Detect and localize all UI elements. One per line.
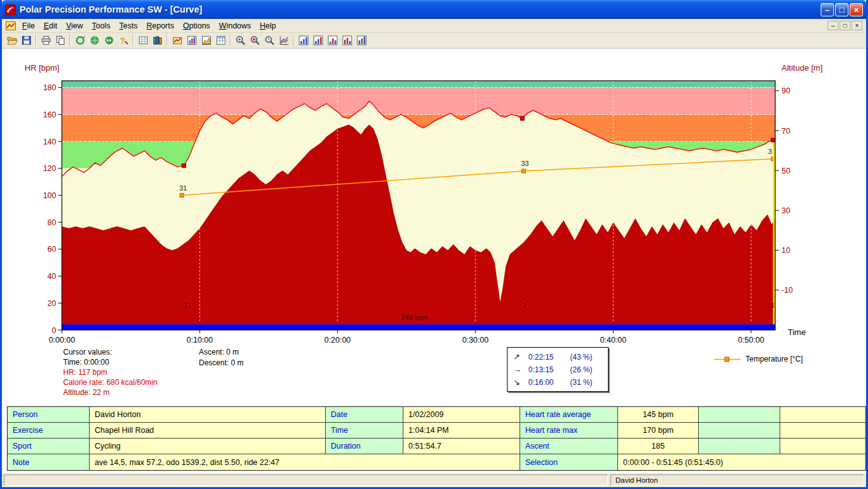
report-icon[interactable] xyxy=(170,33,184,47)
summary-value-cell[interactable]: 1/02/2009 xyxy=(403,407,520,423)
summary-value-cell[interactable]: David Horton xyxy=(90,407,326,423)
distribution-time: 0:22:15 xyxy=(528,352,562,362)
status-panel-left xyxy=(4,474,608,486)
curve-1-icon[interactable] xyxy=(296,33,311,47)
summary-label-cell: Duration xyxy=(326,439,403,454)
svg-text:0:50:00: 0:50:00 xyxy=(738,336,764,345)
distribution-row: ↗0:22:15(43 %) xyxy=(513,351,602,363)
summary-label-cell: Date xyxy=(326,407,403,423)
table-row: PersonDavid HortonDate1/02/2009Heart rat… xyxy=(8,407,865,423)
ascent-arrow-icon: ↗ xyxy=(513,352,528,362)
cursor-hr: HR: 117 bpm xyxy=(63,367,157,377)
curve-2-icon[interactable] xyxy=(311,33,325,47)
minimize-button[interactable]: – xyxy=(821,3,834,16)
svg-text:70: 70 xyxy=(782,127,790,136)
cursor-time: Time: 0:00:00 xyxy=(63,357,157,367)
table-icon[interactable] xyxy=(136,33,150,47)
menu-tests[interactable]: Tests xyxy=(115,20,142,32)
globe-icon[interactable] xyxy=(87,33,102,47)
menu-edit[interactable]: Edit xyxy=(39,20,62,32)
zoom-time-icon[interactable] xyxy=(262,33,276,47)
cursor-values-panel: Cursor values: Time: 0:00:00 HR: 117 bpm… xyxy=(63,347,157,398)
summary-label-cell: Ascent xyxy=(520,439,618,454)
svg-text:Altitude [m]: Altitude [m] xyxy=(782,63,823,73)
svg-text:140: 140 xyxy=(43,138,56,146)
toolbar-separator xyxy=(293,35,294,46)
svg-text:?: ? xyxy=(120,36,125,45)
svg-text:100: 100 xyxy=(43,191,56,200)
cursor-values-title: Cursor values: xyxy=(63,347,157,357)
temperature-legend: Temperature [°C] xyxy=(714,354,803,364)
menu-help[interactable]: Help xyxy=(256,20,281,32)
curve-chart[interactable]: 145 bpm31333123020406080100120140160180-… xyxy=(2,49,866,358)
svg-text:0: 0 xyxy=(52,326,56,335)
gradient-distribution-box: ↗0:22:15(43 %)→0:13:15(26 %)↘0:16:00(31 … xyxy=(507,347,609,392)
descent-value: Descent: 0 m xyxy=(199,358,244,368)
summary-value-cell[interactable]: ave 14,5, max 57.2, odo 1539.2, dist 5.5… xyxy=(90,454,520,470)
summary-value-cell[interactable]: 0:00:00 - 0:51:45 (0:51:45.0) xyxy=(618,454,865,470)
maximize-button[interactable]: □ xyxy=(835,3,848,16)
save-icon[interactable] xyxy=(19,33,33,47)
toolbar-separator xyxy=(35,35,37,46)
svg-text:33: 33 xyxy=(521,160,529,167)
refresh-icon[interactable] xyxy=(73,33,87,47)
app-logo-icon xyxy=(5,4,16,15)
curve-3-icon[interactable] xyxy=(325,33,340,47)
status-panel-user: David Horton xyxy=(610,474,864,486)
zoom-in-icon[interactable] xyxy=(233,33,247,47)
toolbar-separator xyxy=(167,35,168,46)
svg-text:0:00:00: 0:00:00 xyxy=(49,336,75,345)
bar-chart-icon[interactable] xyxy=(184,33,199,47)
svg-text:60: 60 xyxy=(47,245,56,254)
summary-value-cell[interactable] xyxy=(780,439,865,454)
menu-view[interactable]: View xyxy=(62,20,88,32)
open-icon[interactable] xyxy=(4,33,19,47)
summary-label-cell: Exercise xyxy=(8,423,90,439)
svg-text:1: 1 xyxy=(184,302,187,309)
mdi-close-button[interactable]: × xyxy=(852,21,862,30)
print-icon[interactable] xyxy=(39,33,53,47)
table-row: ExerciseChapel Hill RoadTime1:04:14 PMHe… xyxy=(8,423,865,439)
distribution-time: 0:13:15 xyxy=(528,365,562,375)
summary-label-cell: Heart rate max xyxy=(520,423,618,439)
summary-value-cell[interactable]: Cycling xyxy=(90,439,326,454)
summary-label-cell xyxy=(699,439,780,454)
mdi-minimize-button[interactable]: – xyxy=(828,21,838,30)
summary-value-cell[interactable] xyxy=(780,423,865,439)
toolbar-separator xyxy=(230,35,231,46)
curve-4-icon[interactable] xyxy=(340,33,354,47)
menu-windows[interactable]: Windows xyxy=(215,20,256,32)
books-icon[interactable] xyxy=(150,33,165,47)
menu-options[interactable]: Options xyxy=(179,20,215,32)
summary-value-cell[interactable]: Chapel Hill Road xyxy=(90,423,326,439)
svg-text:30: 30 xyxy=(782,206,790,215)
summary-value-cell[interactable]: 0:51:54.7 xyxy=(403,439,520,454)
copy-icon[interactable] xyxy=(53,33,68,47)
zoom-selection-icon[interactable] xyxy=(247,33,262,47)
summary-label-cell: Sport xyxy=(8,439,90,454)
summary-value-cell[interactable]: 1:04:14 PM xyxy=(403,423,520,439)
summary-value-cell[interactable]: 170 bpm xyxy=(618,423,699,439)
fast-forward-icon[interactable] xyxy=(102,33,116,47)
summary-value-cell[interactable]: 185 xyxy=(618,439,699,454)
area-chart-icon[interactable] xyxy=(199,33,213,47)
curve-5-icon[interactable] xyxy=(354,33,369,47)
grid-icon[interactable] xyxy=(213,33,228,47)
summary-label-cell xyxy=(699,407,780,423)
summary-value-cell[interactable] xyxy=(780,407,865,423)
menu-reports[interactable]: Reports xyxy=(142,20,179,32)
summary-value-cell[interactable]: 145 bpm xyxy=(618,407,699,423)
mdi-restore-button[interactable]: □ xyxy=(840,21,850,30)
menu-tools[interactable]: Tools xyxy=(88,20,115,32)
svg-text:10: 10 xyxy=(782,246,790,255)
svg-text:80: 80 xyxy=(47,218,56,227)
ascent-value: Ascent: 0 m xyxy=(199,347,244,358)
distribution-percent: (26 %) xyxy=(570,365,592,375)
wizard-icon[interactable]: ? xyxy=(116,33,131,47)
compare-icon[interactable] xyxy=(276,33,291,47)
close-button[interactable]: × xyxy=(850,3,863,16)
table-row: Noteave 14,5, max 57.2, odo 1539.2, dist… xyxy=(8,454,865,470)
svg-text:120: 120 xyxy=(43,164,56,173)
menu-file[interactable]: File xyxy=(18,20,39,32)
svg-text:50: 50 xyxy=(782,167,790,175)
